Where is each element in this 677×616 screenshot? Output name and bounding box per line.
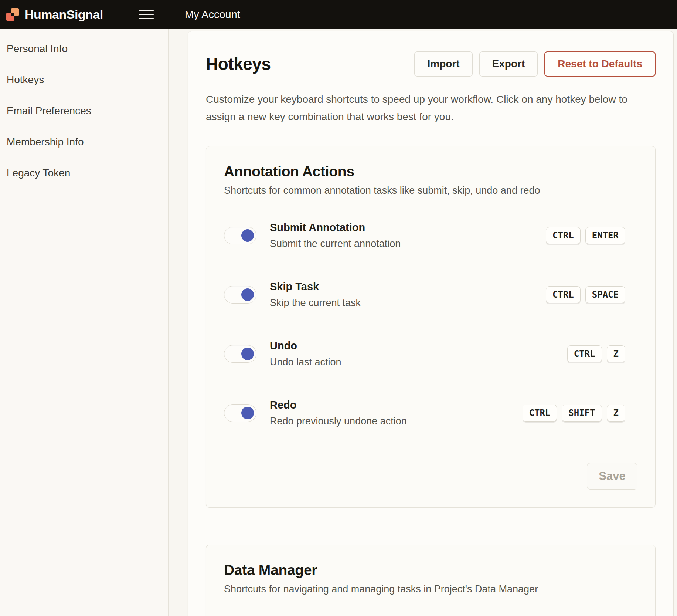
key-chip[interactable]: SPACE bbox=[585, 286, 625, 303]
sidebar-item-hotkeys[interactable]: Hotkeys bbox=[0, 64, 168, 95]
toggle-knob bbox=[241, 288, 254, 301]
hotkey-rows: Submit Annotation Submit the current ann… bbox=[224, 206, 637, 427]
logo-square-overlap bbox=[11, 13, 14, 16]
annotation-actions-subtitle: Shortcuts for common annotation tasks li… bbox=[224, 185, 637, 196]
data-manager-card: Data Manager Shortcuts for navigating an… bbox=[206, 545, 656, 616]
top-bar: HumanSignal My Account bbox=[0, 0, 677, 29]
main-content: Hotkeys Import Export Reset to Defaults … bbox=[169, 29, 677, 616]
humansignal-logo-icon[interactable] bbox=[6, 8, 20, 21]
hotkey-row-redo: Redo Redo previously undone action CTRL … bbox=[224, 383, 637, 427]
sidebar-item-personal-info[interactable]: Personal Info bbox=[0, 33, 168, 64]
import-button[interactable]: Import bbox=[414, 51, 472, 77]
row-description: Redo previously undone action bbox=[270, 415, 407, 427]
reset-to-defaults-button[interactable]: Reset to Defaults bbox=[544, 51, 656, 77]
hotkeys-description: Customize your keyboard shortcuts to spe… bbox=[206, 91, 656, 125]
sidebar-item-membership-info[interactable]: Membership Info bbox=[0, 126, 168, 158]
row-title: Submit Annotation bbox=[270, 221, 401, 234]
row-title: Undo bbox=[270, 339, 341, 352]
row-title: Redo bbox=[270, 398, 407, 412]
sidebar-item-email-preferences[interactable]: Email Preferences bbox=[0, 95, 168, 126]
submit-annotation-toggle[interactable] bbox=[224, 227, 256, 244]
undo-toggle[interactable] bbox=[224, 345, 256, 363]
key-chip[interactable]: CTRL bbox=[567, 345, 602, 362]
brand-name[interactable]: HumanSignal bbox=[25, 7, 103, 22]
hotkey-combo: CTRL Z bbox=[567, 345, 625, 362]
skip-task-toggle[interactable] bbox=[224, 286, 256, 304]
toggle-knob bbox=[241, 229, 254, 242]
key-chip[interactable]: SHIFT bbox=[562, 405, 602, 422]
sidebar: Personal Info Hotkeys Email Preferences … bbox=[0, 29, 169, 616]
row-title: Skip Task bbox=[270, 280, 361, 293]
redo-toggle[interactable] bbox=[224, 404, 256, 422]
hotkey-row-submit-annotation: Submit Annotation Submit the current ann… bbox=[224, 206, 637, 265]
hotkey-combo: CTRL SPACE bbox=[546, 286, 625, 303]
row-text: Undo Undo last action bbox=[270, 339, 341, 368]
data-manager-title: Data Manager bbox=[224, 562, 637, 578]
row-description: Skip the current task bbox=[270, 297, 361, 309]
sidebar-item-legacy-token[interactable]: Legacy Token bbox=[0, 158, 168, 189]
hotkeys-header: Hotkeys Import Export Reset to Defaults bbox=[206, 51, 656, 77]
hotkey-combo: CTRL ENTER bbox=[546, 227, 625, 244]
key-chip[interactable]: CTRL bbox=[546, 227, 581, 244]
row-description: Submit the current annotation bbox=[270, 237, 401, 250]
save-row: Save bbox=[224, 463, 637, 490]
key-chip[interactable]: Z bbox=[607, 405, 625, 422]
data-manager-subtitle: Shortcuts for navigating and managing ta… bbox=[224, 583, 637, 595]
row-text: Submit Annotation Submit the current ann… bbox=[270, 221, 401, 250]
key-chip[interactable]: CTRL bbox=[546, 286, 581, 303]
hotkey-row-undo: Undo Undo last action CTRL Z bbox=[224, 324, 637, 383]
annotation-actions-title: Annotation Actions bbox=[224, 163, 637, 180]
row-text: Skip Task Skip the current task bbox=[270, 280, 361, 309]
save-button[interactable]: Save bbox=[587, 463, 637, 490]
row-text: Redo Redo previously undone action bbox=[270, 398, 407, 427]
toggle-knob bbox=[241, 407, 254, 419]
hotkey-row-skip-task: Skip Task Skip the current task CTRL SPA… bbox=[224, 265, 637, 324]
annotation-actions-card: Annotation Actions Shortcuts for common … bbox=[206, 146, 656, 508]
topbar-left: HumanSignal bbox=[0, 0, 169, 29]
page-title-topbar: My Account bbox=[169, 0, 677, 29]
key-chip[interactable]: Z bbox=[607, 345, 625, 362]
toggle-knob bbox=[241, 348, 254, 360]
header-actions: Import Export Reset to Defaults bbox=[414, 51, 656, 77]
export-button[interactable]: Export bbox=[479, 51, 538, 77]
key-chip[interactable]: CTRL bbox=[523, 405, 557, 422]
hotkeys-page-card: Hotkeys Import Export Reset to Defaults … bbox=[188, 31, 674, 616]
key-chip[interactable]: ENTER bbox=[585, 227, 625, 244]
hamburger-menu-icon[interactable] bbox=[139, 10, 154, 20]
row-description: Undo last action bbox=[270, 356, 341, 368]
hotkeys-title: Hotkeys bbox=[206, 54, 271, 74]
hotkey-combo: CTRL SHIFT Z bbox=[523, 405, 626, 422]
